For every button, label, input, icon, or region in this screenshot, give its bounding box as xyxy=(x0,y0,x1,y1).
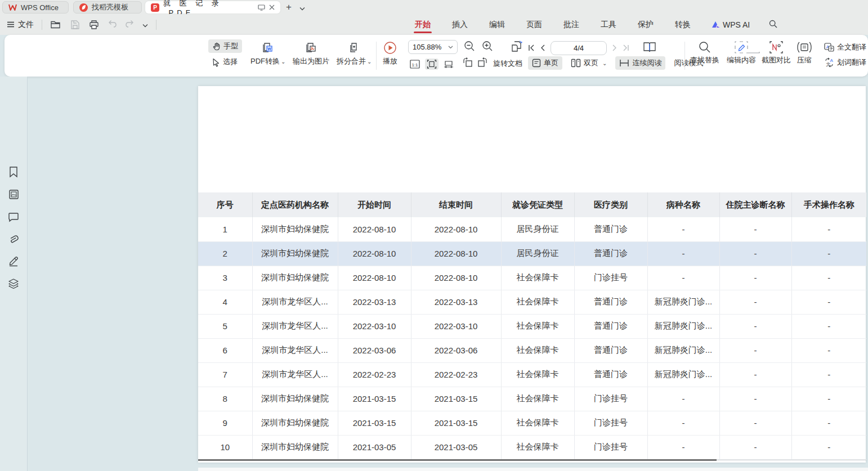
attachment-icon[interactable] xyxy=(7,232,20,246)
menu-page[interactable]: 页面 xyxy=(525,15,543,34)
pdf-page: 序号定点医药机构名称开始时间结束时间就诊凭证类型医疗类别病种名称住院主诊断名称手… xyxy=(198,86,866,463)
table-cell: 社会保障卡 xyxy=(501,290,574,314)
table-cell: 社会保障卡 xyxy=(501,435,574,459)
dropdown-chevron-icon xyxy=(448,46,453,49)
rotate-right-button[interactable] xyxy=(477,57,489,70)
dropdown-chevron-icon: ⌄ xyxy=(602,60,607,66)
table-cell: 深圳市妇幼保健院 xyxy=(252,266,338,290)
find-replace-button[interactable]: 查找替换 xyxy=(690,41,719,65)
undo-icon[interactable] xyxy=(108,20,117,29)
edit-content-button[interactable]: 编辑内容 xyxy=(727,41,756,65)
zoom-level-select[interactable]: 105.88% xyxy=(408,40,458,54)
table-cell: 2022-02-23 xyxy=(338,362,411,387)
menu-comment[interactable]: 批注 xyxy=(562,15,580,34)
divider xyxy=(684,42,685,70)
table-row: 9深圳市妇幼保健院2021-03-152021-03-15社会保障卡门诊挂号--… xyxy=(198,411,866,435)
more-actions-chevron-icon[interactable] xyxy=(142,20,148,30)
tab-close-icon[interactable] xyxy=(269,5,275,10)
continuous-read-button[interactable]: 连续阅读 xyxy=(615,56,665,70)
select-tool-button[interactable]: 选择 xyxy=(208,55,242,69)
menu-convert[interactable]: 转换 xyxy=(674,15,692,34)
comment-icon[interactable] xyxy=(7,210,20,224)
fit-page-button[interactable] xyxy=(425,59,439,70)
annotate-pen-icon[interactable] xyxy=(7,254,20,268)
compress-icon xyxy=(797,41,812,53)
table-cell: - xyxy=(719,362,791,387)
horizontal-scrollbar[interactable] xyxy=(198,468,868,471)
tab-list-chevron-icon[interactable] xyxy=(299,3,305,13)
tab-monitor-icon[interactable] xyxy=(258,5,265,11)
bookmark-icon[interactable] xyxy=(7,165,20,178)
wps-pdf-window: WPS Office 找稻壳模板 P 就 医 记 录 .PDF + xyxy=(0,0,868,471)
table-cell: 深圳市龙华区人... xyxy=(252,290,338,314)
divider xyxy=(156,20,156,30)
menu-tools[interactable]: 工具 xyxy=(599,15,618,34)
table-header-cell: 结束时间 xyxy=(411,192,501,217)
table-cell: 2022-08-10 xyxy=(338,266,411,290)
rotate-pages-icon[interactable] xyxy=(510,41,524,55)
rotate-left-icon xyxy=(462,57,473,68)
zoom-out-button[interactable] xyxy=(464,41,475,55)
last-page-button[interactable] xyxy=(623,44,629,53)
screenshot-compare-button[interactable]: 截图对比 xyxy=(762,41,791,65)
play-icon xyxy=(383,41,397,55)
rotate-left-button[interactable] xyxy=(462,57,473,70)
table-cell: 2022-03-06 xyxy=(411,338,501,362)
svg-text:1:1: 1:1 xyxy=(411,62,418,68)
table-row: 2深圳市妇幼保健院2022-08-102022-08-10居民身份证普通门诊--… xyxy=(198,241,866,266)
rotate-right-icon xyxy=(477,57,489,68)
zoom-in-button[interactable] xyxy=(482,41,493,55)
print-icon[interactable] xyxy=(88,19,100,30)
layers-icon[interactable] xyxy=(7,277,20,290)
table-cell: 深圳市龙华区人... xyxy=(252,314,338,338)
save-icon[interactable] xyxy=(69,19,80,30)
table-cell: - xyxy=(719,411,791,435)
export-image-button[interactable]: 输出为图片 xyxy=(293,41,329,66)
thumbnail-icon[interactable] xyxy=(7,187,20,201)
tab-docer-templates[interactable]: 找稻壳模板 xyxy=(73,1,142,14)
full-text-translate-button[interactable]: A 全文翻译 xyxy=(822,41,868,53)
redo-icon[interactable] xyxy=(125,20,135,29)
menu-home[interactable]: 开始 xyxy=(414,15,432,34)
hand-tool-button[interactable]: 手型 xyxy=(208,39,242,53)
pdf-convert-button[interactable]: PDF转换⌄ xyxy=(250,41,285,66)
single-page-button[interactable]: 单页 xyxy=(528,56,562,70)
table-cell: - xyxy=(719,266,791,290)
page-number-input[interactable] xyxy=(551,41,607,55)
read-mode-book-icon[interactable] xyxy=(643,42,656,55)
table-cell: 5 xyxy=(198,314,252,338)
split-merge-button[interactable]: 拆分合并⌄ xyxy=(337,41,372,66)
double-page-button[interactable]: 双页 ⌄ xyxy=(567,56,611,70)
wps-ai-button[interactable]: WPS AI xyxy=(711,20,750,29)
actual-size-button[interactable]: 1:1 xyxy=(408,59,422,70)
fit-width-button[interactable] xyxy=(442,59,455,70)
play-button[interactable]: 播放 xyxy=(383,41,397,66)
table-cell: - xyxy=(647,217,719,241)
menu-protect[interactable]: 保护 xyxy=(637,15,655,34)
word-translate-button[interactable]: 文A 划词翻译 ⌄ xyxy=(822,56,868,69)
menu-insert[interactable]: 插入 xyxy=(451,15,469,34)
menu-edit[interactable]: 编辑 xyxy=(488,15,506,34)
single-page-icon xyxy=(532,59,541,68)
table-cell: - xyxy=(791,338,866,362)
wps-logo-icon xyxy=(8,3,17,12)
table-cell: - xyxy=(647,241,719,266)
tab-label: WPS Office xyxy=(21,3,59,12)
table-cell: 新冠肺炎门诊... xyxy=(647,338,719,362)
tab-wps-home[interactable]: WPS Office xyxy=(2,1,69,14)
new-tab-button[interactable]: + xyxy=(286,2,292,13)
table-bottom-border xyxy=(198,459,717,461)
tab-document-active[interactable]: P 就 医 记 录 .PDF xyxy=(145,1,280,14)
menu-bar: 文件 开始 插入 编辑 xyxy=(0,14,868,35)
rotate-doc-button[interactable]: 旋转文档 xyxy=(493,59,522,69)
split-merge-icon xyxy=(347,41,361,55)
prev-page-button[interactable] xyxy=(540,44,545,53)
compress-button[interactable]: 压缩 xyxy=(797,41,812,65)
file-menu-button[interactable]: 文件 xyxy=(7,20,34,30)
open-file-icon[interactable] xyxy=(50,19,61,30)
table-header-cell: 住院主诊断名称 xyxy=(719,192,791,217)
menu-search-icon[interactable] xyxy=(769,20,777,30)
table-cell: 2022-08-10 xyxy=(338,217,411,241)
next-page-button[interactable] xyxy=(612,44,617,53)
first-page-button[interactable] xyxy=(528,44,535,53)
